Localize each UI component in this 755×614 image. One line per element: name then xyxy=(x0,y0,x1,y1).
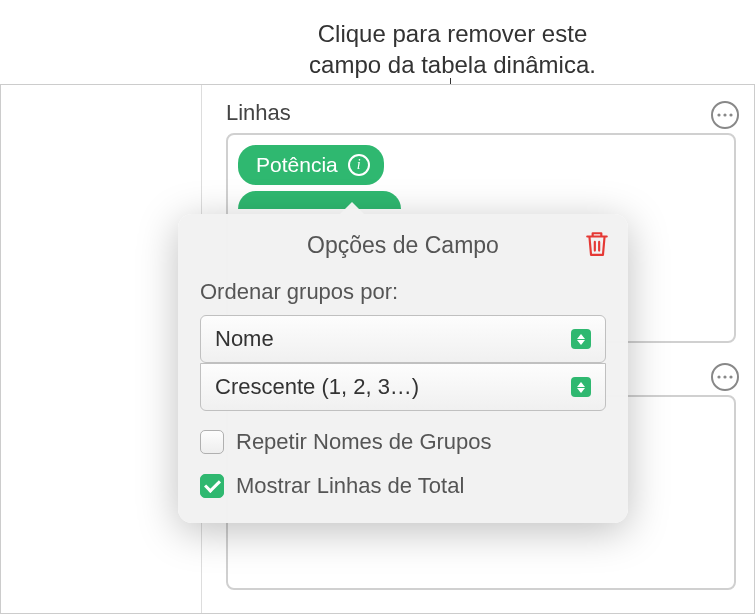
info-icon[interactable]: i xyxy=(348,154,370,176)
callout-text: Clique para remover este campo da tabela… xyxy=(190,18,715,80)
checkbox-unchecked-icon xyxy=(200,430,224,454)
show-totals-label: Mostrar Linhas de Total xyxy=(236,473,464,499)
checkbox-checked-icon xyxy=(200,474,224,498)
sort-order-value: Crescente (1, 2, 3…) xyxy=(215,374,419,400)
section-more-button[interactable] xyxy=(711,363,739,391)
sort-groups-label: Ordenar grupos por: xyxy=(200,279,606,305)
sort-by-select[interactable]: Nome xyxy=(200,315,606,363)
popover-title: Opções de Campo xyxy=(200,232,606,259)
repeat-names-label: Repetir Nomes de Grupos xyxy=(236,429,492,455)
show-total-rows-checkbox[interactable]: Mostrar Linhas de Total xyxy=(200,473,606,499)
svg-point-5 xyxy=(729,375,732,378)
field-pill-label: Potência xyxy=(256,153,338,177)
repeat-group-names-checkbox[interactable]: Repetir Nomes de Grupos xyxy=(200,429,606,455)
chevron-updown-icon xyxy=(571,377,591,397)
trash-icon xyxy=(584,230,610,258)
svg-point-4 xyxy=(723,375,726,378)
ellipsis-icon xyxy=(717,113,733,117)
callout-line-2: campo da tabela dinâmica. xyxy=(190,49,715,80)
svg-point-0 xyxy=(717,113,720,116)
sort-order-select[interactable]: Crescente (1, 2, 3…) xyxy=(200,363,606,411)
callout-line-1: Clique para remover este xyxy=(190,18,715,49)
rows-more-button[interactable] xyxy=(711,101,739,129)
svg-point-2 xyxy=(729,113,732,116)
field-pill-secondary[interactable] xyxy=(238,191,401,209)
svg-point-1 xyxy=(723,113,726,116)
svg-point-3 xyxy=(717,375,720,378)
field-pill-potencia[interactable]: Potência i xyxy=(238,145,384,185)
field-options-popover: Opções de Campo Ordenar grupos por: Nome… xyxy=(178,214,628,523)
ellipsis-icon xyxy=(717,375,733,379)
chevron-updown-icon xyxy=(571,329,591,349)
delete-field-button[interactable] xyxy=(584,230,610,258)
sort-by-value: Nome xyxy=(215,326,274,352)
rows-section-header: Linhas xyxy=(226,100,291,126)
